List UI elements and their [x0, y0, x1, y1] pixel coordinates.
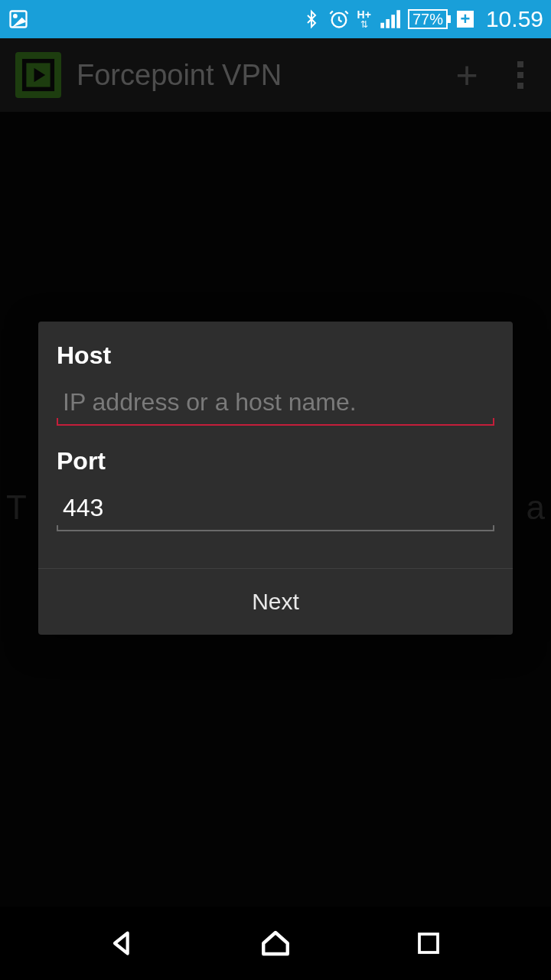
battery-icon: 77% — [408, 9, 448, 29]
bluetooth-icon — [302, 8, 321, 30]
signal-icon — [379, 8, 400, 30]
svg-point-1 — [14, 15, 17, 18]
recent-apps-button[interactable] — [410, 925, 447, 962]
clock-text: 10.59 — [486, 6, 543, 32]
app-bar: Forcepoint VPN + — [0, 38, 551, 112]
app-logo-icon — [15, 52, 61, 98]
svg-rect-4 — [419, 934, 438, 952]
app-title: Forcepoint VPN — [77, 59, 429, 92]
screenshot-icon — [8, 8, 29, 30]
network-type-icon: H+ ⇅ — [357, 9, 371, 29]
back-button[interactable] — [104, 925, 141, 962]
alarm-icon — [328, 8, 350, 30]
overflow-menu-button[interactable] — [505, 61, 536, 89]
host-port-dialog: Host Port Next — [38, 322, 513, 635]
content-area: T a Host Port Next — [0, 112, 551, 906]
next-button[interactable]: Next — [38, 589, 513, 615]
host-label: Host — [57, 341, 494, 370]
navigation-bar — [0, 906, 551, 980]
battery-charging-icon: + — [457, 11, 474, 28]
home-button[interactable] — [257, 925, 294, 962]
port-label: Port — [57, 447, 494, 475]
host-input[interactable] — [57, 384, 494, 426]
add-button[interactable]: + — [444, 53, 490, 97]
status-bar: H+ ⇅ 77% + 10.59 — [0, 0, 551, 38]
port-input[interactable] — [57, 489, 494, 531]
battery-percent: 77% — [412, 11, 443, 28]
